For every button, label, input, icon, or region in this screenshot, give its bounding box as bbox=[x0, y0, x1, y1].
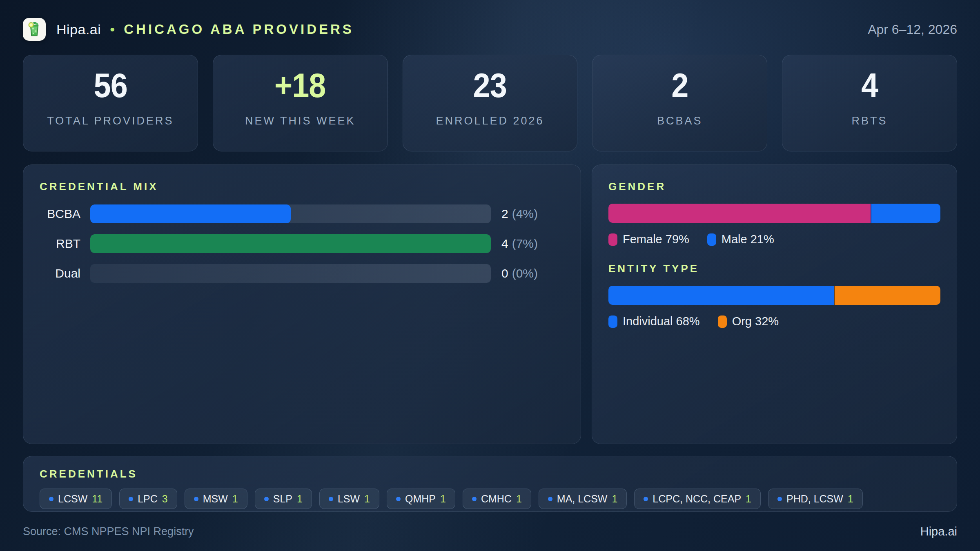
badge-dot-icon bbox=[548, 497, 552, 501]
mojito-drink-icon bbox=[26, 21, 43, 38]
entity-individual-segment bbox=[608, 286, 834, 305]
bar-track bbox=[90, 204, 491, 223]
badge-dot-icon bbox=[644, 497, 648, 501]
credential-mix-panel: CREDENTIAL MIX BCBA 2 (4%) RBT bbox=[23, 164, 581, 444]
credentials-badge-list: LCSW 11 LPC 3 MSW 1 SLP 1 LSW 1 bbox=[40, 489, 940, 509]
stat-value: 23 bbox=[473, 68, 507, 102]
stat-label: TOTAL PROVIDERS bbox=[47, 115, 174, 127]
credential-mix-chart: BCBA 2 (4%) RBT 4 (7 bbox=[40, 204, 564, 283]
page-title: CHICAGO ABA PROVIDERS bbox=[124, 22, 354, 37]
credential-badge: QMHP 1 bbox=[387, 489, 455, 509]
badge-count: 1 bbox=[297, 493, 303, 505]
stat-label: ENROLLED 2026 bbox=[436, 115, 544, 127]
app-logo bbox=[23, 18, 46, 41]
entity-org-segment bbox=[834, 286, 940, 305]
credential-mix-title: CREDENTIAL MIX bbox=[40, 180, 564, 193]
credential-badge: LPC 3 bbox=[119, 489, 177, 509]
badge-dot-icon bbox=[472, 497, 477, 501]
badge-label: SLP bbox=[273, 493, 292, 505]
stat-cards-row: 56 TOTAL PROVIDERS +18 NEW THIS WEEK 23 … bbox=[23, 55, 957, 151]
credential-badge: MSW 1 bbox=[185, 489, 247, 509]
credentials-panel: CREDENTIALS LCSW 11 LPC 3 MSW 1 SLP 1 bbox=[23, 456, 957, 512]
stat-card-total-providers: 56 TOTAL PROVIDERS bbox=[23, 55, 198, 151]
bar-count: 2 bbox=[501, 207, 508, 221]
badge-label: CMHC bbox=[481, 493, 512, 505]
bar-count: 0 bbox=[501, 267, 508, 280]
gender-title: GENDER bbox=[608, 180, 940, 193]
bar-row-bcba: BCBA 2 (4%) bbox=[40, 204, 564, 223]
bar-label: Dual bbox=[40, 267, 90, 280]
org-swatch bbox=[718, 315, 727, 328]
badge-dot-icon bbox=[264, 497, 269, 501]
credential-badge: LCSW 11 bbox=[40, 489, 112, 509]
stat-card-bcbas: 2 BCBAS bbox=[592, 55, 767, 151]
badge-count: 1 bbox=[612, 493, 617, 505]
legend-item-individual: Individual 68% bbox=[608, 315, 700, 328]
gender-stacked-bar bbox=[608, 204, 940, 223]
female-swatch bbox=[608, 233, 617, 246]
credentials-title: CREDENTIALS bbox=[40, 468, 940, 480]
badge-label: LSW bbox=[338, 493, 360, 505]
badge-label: MA, LCSW bbox=[557, 493, 608, 505]
stat-label: BCBAS bbox=[657, 115, 703, 127]
stat-card-enrolled-2026: 23 ENROLLED 2026 bbox=[403, 55, 578, 151]
badge-count: 1 bbox=[746, 493, 751, 505]
badge-dot-icon bbox=[329, 497, 333, 501]
bar-percent: (4%) bbox=[512, 207, 538, 221]
badge-count: 1 bbox=[848, 493, 853, 505]
source-attribution: Source: CMS NPPES NPI Registry bbox=[23, 525, 194, 538]
badge-count: 11 bbox=[92, 493, 102, 505]
bar-row-rbt: RBT 4 (7%) bbox=[40, 234, 564, 253]
bar-label: BCBA bbox=[40, 207, 90, 221]
bar-percent: (7%) bbox=[512, 237, 538, 251]
bar-value: 2 (4%) bbox=[491, 207, 564, 221]
stat-label: NEW THIS WEEK bbox=[245, 115, 356, 127]
badge-dot-icon bbox=[129, 497, 133, 501]
badge-label: PHD, LCSW bbox=[786, 493, 843, 505]
legend-item-male: Male 21% bbox=[707, 233, 774, 246]
badge-count: 1 bbox=[516, 493, 522, 505]
entity-type-legend: Individual 68% Org 32% bbox=[608, 315, 940, 328]
gender-entity-panel: GENDER Female 79% Male 21% ENTITY TYPE bbox=[592, 164, 957, 444]
badge-label: QMHP bbox=[405, 493, 436, 505]
dashboard: Hipa.ai • CHICAGO ABA PROVIDERS Apr 6–12… bbox=[0, 0, 980, 551]
credential-badge: LCPC, NCC, CEAP 1 bbox=[634, 489, 761, 509]
bar-label: RBT bbox=[40, 237, 90, 251]
credential-badge: LSW 1 bbox=[319, 489, 379, 509]
bar-percent: (0%) bbox=[512, 267, 538, 280]
legend-label: Org 32% bbox=[732, 315, 779, 328]
gender-legend: Female 79% Male 21% bbox=[608, 233, 940, 246]
legend-item-org: Org 32% bbox=[718, 315, 779, 328]
stat-card-new-this-week: +18 NEW THIS WEEK bbox=[213, 55, 388, 151]
badge-count: 1 bbox=[440, 493, 446, 505]
badge-dot-icon bbox=[194, 497, 198, 501]
legend-label: Female 79% bbox=[623, 233, 689, 246]
header: Hipa.ai • CHICAGO ABA PROVIDERS Apr 6–12… bbox=[23, 18, 957, 41]
middle-row: CREDENTIAL MIX BCBA 2 (4%) RBT bbox=[23, 164, 957, 444]
bar-value: 0 (0%) bbox=[491, 267, 564, 280]
entity-type-title: ENTITY TYPE bbox=[608, 262, 940, 275]
stat-card-rbts: 4 RBTS bbox=[782, 55, 957, 151]
stat-value: 56 bbox=[94, 68, 127, 102]
footer: Source: CMS NPPES NPI Registry Hipa.ai bbox=[23, 525, 957, 538]
stat-value: +18 bbox=[274, 68, 326, 102]
bar-fill bbox=[90, 234, 491, 253]
badge-label: LCSW bbox=[58, 493, 87, 505]
credential-badge: MA, LCSW 1 bbox=[539, 489, 627, 509]
stat-value: 2 bbox=[671, 68, 688, 102]
badge-label: LCPC, NCC, CEAP bbox=[653, 493, 741, 505]
bar-fill bbox=[90, 204, 291, 223]
bar-track bbox=[90, 264, 491, 283]
badge-label: MSW bbox=[203, 493, 228, 505]
gender-female-segment bbox=[608, 204, 871, 223]
date-range: Apr 6–12, 2026 bbox=[868, 22, 957, 37]
bar-value: 4 (7%) bbox=[491, 237, 564, 251]
bar-row-dual: Dual 0 (0%) bbox=[40, 264, 564, 283]
credential-badge: PHD, LCSW 1 bbox=[768, 489, 863, 509]
male-swatch bbox=[707, 233, 716, 246]
badge-dot-icon bbox=[777, 497, 782, 501]
badge-label: LPC bbox=[138, 493, 158, 505]
footer-brand: Hipa.ai bbox=[920, 525, 957, 538]
credential-badge: SLP 1 bbox=[255, 489, 312, 509]
gender-male-segment bbox=[871, 204, 940, 223]
